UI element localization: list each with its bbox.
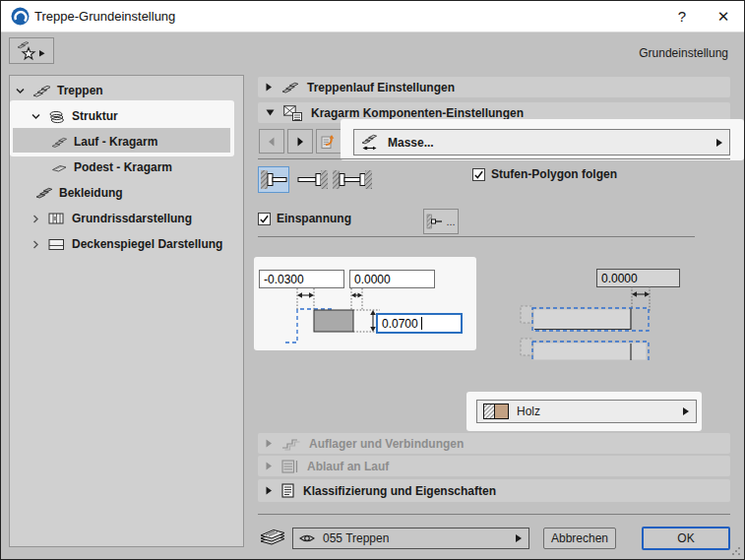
einspannung-more-label: ...	[446, 216, 455, 227]
arrow-right-icon	[715, 138, 723, 148]
checkmark-icon	[473, 169, 484, 180]
triangle-right-icon	[266, 439, 273, 448]
material-swatch	[483, 404, 509, 419]
favorites-star-icon	[15, 39, 48, 62]
transfer-settings-button[interactable]	[316, 129, 341, 154]
separator	[258, 236, 695, 237]
top-offset-input[interactable]	[349, 270, 435, 288]
chevron-right-icon[interactable]	[30, 239, 41, 250]
wall-start-icon	[260, 169, 287, 190]
layers-icon	[258, 529, 287, 548]
einspannung-checkbox[interactable]	[258, 213, 271, 225]
floor-plan-icon	[48, 212, 65, 225]
favorites-button[interactable]	[9, 37, 54, 64]
tree-item-label: Deckenspiegel Darstellung	[72, 237, 222, 251]
segment-option-wall-both[interactable]	[332, 169, 373, 190]
tree-item-treppen[interactable]: Treppen	[10, 78, 243, 103]
layer-dropdown[interactable]: 055 Treppen	[292, 528, 529, 549]
tree-item-label: Grundrissdarstellung	[72, 212, 192, 225]
stufen-polygon-checkbox[interactable]	[472, 168, 485, 181]
section-treppenlauf[interactable]: Treppenlauf Einstellungen	[258, 77, 730, 97]
left-offset-input[interactable]	[259, 270, 344, 288]
tree-item-struktur[interactable]: Struktur	[10, 103, 243, 129]
tree-item-lauf-kragarm[interactable]: Lauf - Kragarm	[10, 129, 243, 155]
run-stairs-icon	[51, 136, 67, 149]
classification-document-icon	[281, 483, 294, 498]
section-label: Kragarm Komponenten-Einstellungen	[311, 106, 524, 120]
tree-item-deckenspiegel[interactable]: Deckenspiegel Darstellung	[10, 231, 243, 257]
run-to-run-icon	[281, 460, 298, 473]
section-klassifizierung[interactable]: Klassifizierung und Eigenschaften	[258, 479, 730, 502]
section-label: Auflager und Verbindungen	[309, 437, 464, 451]
tree-item-label: Treppen	[57, 84, 103, 97]
masse-label: Masse...	[388, 136, 434, 150]
triangle-down-icon	[266, 109, 275, 116]
tree-item-label: Lauf - Kragarm	[74, 135, 157, 149]
dialog-title: Treppe-Grundeinstellung	[34, 9, 175, 24]
arrow-left-icon	[266, 136, 278, 148]
triangle-right-icon	[266, 462, 273, 470]
triangle-right-icon	[266, 486, 273, 495]
layer-label: 055 Treppen	[323, 531, 389, 545]
masse-stairs-icon	[360, 134, 380, 152]
right-offset-input[interactable]	[596, 269, 680, 287]
stufen-polygon-label: Stufen-Polygon folgen	[491, 167, 617, 181]
masse-dropdown[interactable]: Masse...	[353, 129, 730, 156]
text-caret	[421, 317, 422, 330]
segment-option-wall-end[interactable]	[297, 169, 329, 190]
stairs-icon	[281, 81, 298, 94]
einspannung-label: Einspannung	[277, 212, 351, 225]
section-label: Ablauf an Lauf	[307, 460, 389, 473]
triangle-right-icon	[266, 83, 273, 92]
next-component-button[interactable]	[287, 129, 313, 154]
dialog-window: Treppe-Grundeinstellung ? ✕ Grundeinstel…	[0, 0, 745, 560]
ceiling-plan-icon	[48, 238, 65, 251]
chevron-right-icon[interactable]	[30, 214, 41, 224]
section-ablauf[interactable]: Ablauf an Lauf	[258, 456, 730, 476]
prev-component-button[interactable]	[259, 129, 284, 154]
cladding-stairs-icon	[35, 186, 52, 200]
separator	[258, 514, 730, 515]
stairs-icon	[32, 84, 50, 98]
step-polygon-diagram	[513, 286, 741, 360]
settings-tree: Treppen Struktur Lauf - Kragarm Podest -…	[9, 75, 244, 547]
einspannung-row: Einspannung	[258, 212, 351, 225]
height-input[interactable]	[376, 313, 463, 334]
archicad-logo-icon	[11, 7, 30, 26]
chevron-down-icon[interactable]	[30, 111, 41, 122]
material-dropdown[interactable]: Holz	[476, 400, 697, 423]
ok-button[interactable]: OK	[642, 527, 730, 550]
title-bar: Treppe-Grundeinstellung ? ✕	[1, 1, 744, 32]
material-label: Holz	[517, 404, 540, 418]
right-step-diagram	[513, 257, 741, 360]
arrow-right-icon	[294, 136, 306, 148]
tree-item-bekleidung[interactable]: Bekleidung	[10, 180, 243, 206]
close-button[interactable]: ✕	[705, 1, 742, 31]
offsets-highlight-box	[254, 257, 476, 350]
wall-both-icon	[332, 169, 373, 190]
section-auflager[interactable]: Auflager und Verbindungen	[258, 433, 730, 454]
cancel-button[interactable]: Abbrechen	[543, 528, 616, 549]
einspannung-options-button[interactable]: ...	[423, 209, 459, 234]
eye-icon	[299, 532, 315, 544]
chevron-down-icon[interactable]	[14, 86, 26, 96]
landing-slab-icon	[51, 161, 67, 173]
tree-item-label: Podest - Kragarm	[74, 160, 172, 174]
resize-grip[interactable]	[732, 547, 741, 556]
fixed-support-icon	[426, 214, 443, 229]
supports-connections-icon	[281, 436, 300, 451]
tree-item-podest-kragarm[interactable]: Podest - Kragarm	[10, 155, 243, 180]
tree-item-grundrissdarstellung[interactable]: Grundrissdarstellung	[10, 206, 243, 231]
separator	[258, 158, 730, 159]
segment-option-wall-start[interactable]	[258, 166, 289, 193]
wall-end-icon	[297, 169, 329, 190]
mode-label: Grundeinstellung	[639, 46, 728, 60]
document-arrow-icon	[321, 134, 337, 150]
stufen-polygon-row: Stufen-Polygon folgen	[472, 167, 617, 181]
tree-item-label: Struktur	[72, 109, 118, 123]
arrow-right-icon	[515, 533, 523, 543]
help-button[interactable]: ?	[665, 1, 699, 31]
arrow-right-icon	[682, 406, 690, 416]
tree-item-label: Bekleidung	[59, 186, 123, 200]
checkmark-icon	[259, 214, 270, 224]
